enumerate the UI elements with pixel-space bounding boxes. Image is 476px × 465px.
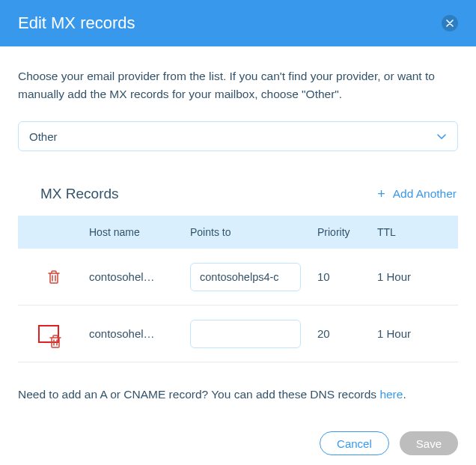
table-row: contosohel… 10 1 Hour [18,249,458,306]
cell-host: contosohel… [89,327,190,340]
chevron-down-icon [436,130,447,143]
save-button[interactable]: Save [400,431,458,455]
trash-icon [47,270,61,285]
cell-ttl: 1 Hour [377,270,452,283]
delete-row-button[interactable] [38,325,59,343]
dialog-footer: Cancel Save [0,401,476,465]
col-header-priority: Priority [317,226,377,238]
footnote-link[interactable]: here [379,388,403,401]
mx-records-title: MX Records [40,186,119,202]
footnote-text: Need to add an A or CNAME record? You ca… [18,388,379,401]
dialog-header: Edit MX records [0,0,476,46]
col-header-ttl: TTL [377,226,452,238]
intro-text: Choose your email provider from the list… [18,67,458,103]
col-header-points: Points to [190,226,317,238]
provider-select[interactable]: Other [18,121,458,151]
close-icon [446,19,454,27]
mx-records-table: Host name Points to Priority TTL contoso… [18,216,458,362]
plus-icon: + [377,186,385,202]
points-to-input[interactable] [190,320,301,348]
col-header-host: Host name [89,226,190,238]
cancel-button[interactable]: Cancel [320,431,389,455]
close-button[interactable] [442,15,458,31]
cell-ttl: 1 Hour [377,327,452,340]
table-header: Host name Points to Priority TTL [18,216,458,249]
add-another-button[interactable]: + Add Another [377,186,457,202]
footnote: Need to add an A or CNAME record? You ca… [18,388,458,401]
trash-icon [49,334,62,349]
provider-select-value: Other [29,130,58,143]
table-row: contosohel… 20 1 Hour [18,306,458,362]
cell-priority: 20 [317,327,377,340]
add-another-label: Add Another [393,187,457,201]
mx-records-section: MX Records + Add Another Host name Point… [18,186,458,362]
cell-host: contosohel… [89,270,190,283]
footnote-suffix: . [403,388,406,401]
cell-priority: 10 [317,270,377,283]
dialog-title: Edit MX records [18,13,135,33]
delete-row-button[interactable] [47,270,61,285]
points-to-input[interactable] [190,263,301,291]
